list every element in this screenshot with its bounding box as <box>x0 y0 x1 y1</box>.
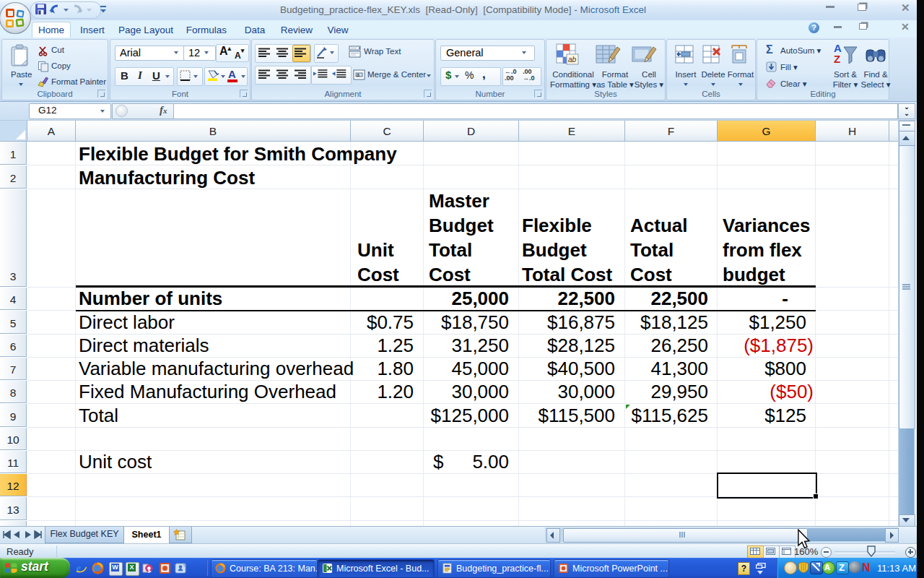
svg-text:ab: ab <box>568 56 577 64</box>
svg-text:a: a <box>357 72 359 77</box>
